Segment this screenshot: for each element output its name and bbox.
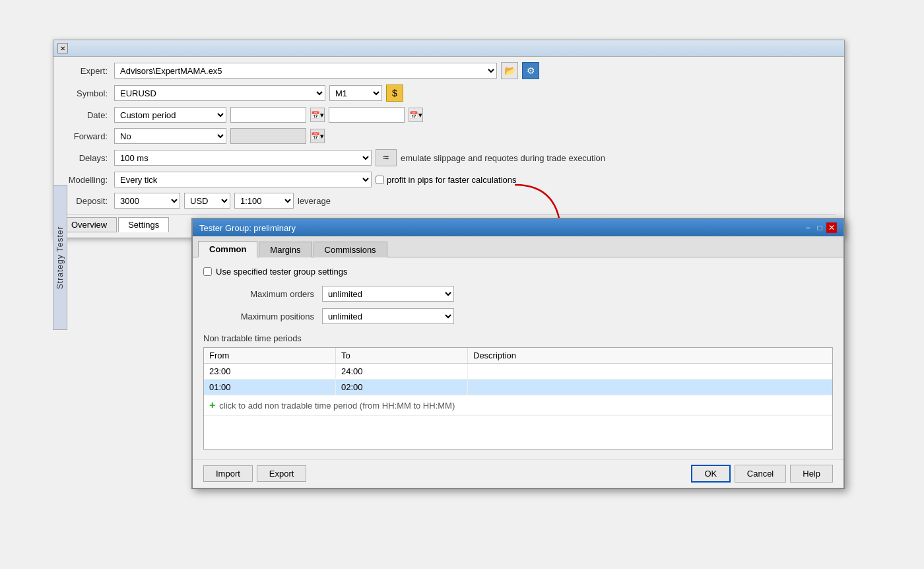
dialog-footer: Import Export OK Cancel Help [193,459,843,488]
expert-open-icon[interactable]: 📂 [501,62,518,79]
date-to-picker[interactable]: 📅▾ [409,108,423,122]
slippage-icon[interactable]: ≈ [376,149,397,166]
expert-settings-icon[interactable]: ⚙ [522,62,539,79]
forward-row: Forward: No 2018.05.18 📅▾ [61,128,836,144]
cancel-button[interactable]: Cancel [735,465,786,483]
use-settings-row: Use specified tester group settings [203,267,833,277]
expert-label: Expert: [61,66,114,76]
date-from-picker[interactable]: 📅▾ [310,108,325,122]
modelling-label: Modelling: [61,175,114,185]
dialog-title: Tester Group: preliminary [199,223,296,233]
add-text: click to add non tradable time period (f… [219,401,455,411]
tab-commissions[interactable]: Commissions [314,242,387,257]
table-row[interactable]: 01:00 02:00 [204,380,832,395]
max-orders-select[interactable]: unlimited [322,286,454,302]
currency-select[interactable]: USD [184,193,230,209]
use-settings-label: Use specified tester group settings [216,267,347,277]
row2-to: 02:00 [336,380,468,395]
footer-right: OK Cancel Help [691,465,833,483]
deposit-amount-select[interactable]: 3000 [114,193,180,209]
delays-label: Delays: [61,153,114,163]
vertical-strategy-tester-label: Strategy Tester [53,185,67,330]
dialog-titlebar: Tester Group: preliminary − □ ✕ [193,219,843,236]
profit-pips-checkbox[interactable] [376,176,384,184]
tab-margins[interactable]: Margins [259,242,312,257]
slippage-text: emulate slippage and requotes during tra… [401,153,605,163]
leverage-label: leverage [298,196,331,206]
dialog-maximize-btn[interactable]: □ [814,222,825,233]
table-header: From To Description [204,348,832,364]
add-period-row[interactable]: + click to add non tradable time period … [204,395,832,416]
close-icon[interactable]: ✕ [57,43,68,53]
symbol-row: Symbol: EURUSD M1 $ [61,84,836,102]
dialog-window-controls: − □ ✕ [803,222,837,233]
row1-to: 24:00 [336,364,468,379]
modelling-row: Modelling: Every tick profit in pips for… [61,172,836,187]
footer-left: Import Export [203,465,306,482]
symbol-icon[interactable]: $ [386,84,403,102]
tab-settings[interactable]: Settings [118,217,169,232]
max-positions-label: Maximum positions [216,312,322,321]
delays-select[interactable]: 100 ms [114,150,372,166]
row2-from: 01:00 [204,380,336,395]
col-description: Description [468,348,832,363]
non-tradable-title: Non tradable time periods [203,333,833,343]
leverage-select[interactable]: 1:100 [234,193,294,209]
deposit-label: Deposit: [61,196,114,206]
expert-select[interactable]: Advisors\ExpertMAMA.ex5 [114,63,497,79]
row1-desc [468,364,832,379]
date-from-input[interactable]: 2019.01.01 [230,107,306,123]
dialog-close-btn[interactable]: ✕ [826,222,837,233]
forward-label: Forward: [61,131,114,141]
help-button[interactable]: Help [790,465,833,483]
import-button[interactable]: Import [203,465,253,482]
symbol-label: Symbol: [61,88,114,98]
add-icon: + [209,399,215,411]
use-settings-checkbox[interactable] [203,267,212,276]
max-positions-select[interactable]: unlimited [322,308,454,324]
deposit-row: Deposit: 3000 USD 1:100 leverage [61,193,836,209]
date-to-input[interactable]: 2019.06.06 [329,107,405,123]
forward-date-picker[interactable]: 📅▾ [310,129,325,143]
non-tradable-section: Non tradable time periods From To Descri… [203,333,833,450]
row2-desc [468,380,832,395]
max-orders-label: Maximum orders [216,289,322,299]
strategy-tester-content: Expert: Advisors\ExpertMAMA.ex5 📂 ⚙ Symb… [53,57,844,238]
col-to: To [336,348,468,363]
profit-pips-row: profit in pips for faster calculations [376,175,517,185]
date-row: Date: Custom period 2019.01.01 📅▾ 2019.0… [61,107,836,123]
non-tradable-table: From To Description 23:00 24:00 01:00 02… [203,347,833,450]
forward-select[interactable]: No [114,128,226,144]
row1-from: 23:00 [204,364,336,379]
dialog-minimize-btn[interactable]: − [803,222,813,233]
table-empty-area [204,416,832,449]
profit-pips-label: profit in pips for faster calculations [387,175,517,185]
table-row[interactable]: 23:00 24:00 [204,364,832,380]
modelling-select[interactable]: Every tick [114,172,372,187]
timeframe-select[interactable]: M1 [329,85,382,101]
expert-row: Expert: Advisors\ExpertMAMA.ex5 📂 ⚙ [61,62,836,79]
strategy-tester-titlebar: ✕ [53,40,844,57]
delays-row: Delays: 100 ms ≈ emulate slippage and re… [61,149,836,166]
max-positions-row: Maximum positions unlimited [203,308,833,324]
symbol-select[interactable]: EURUSD [114,85,325,101]
tab-overview[interactable]: Overview [61,217,117,232]
ok-button[interactable]: OK [691,465,731,483]
date-period-select[interactable]: Custom period [114,107,226,123]
max-orders-row: Maximum orders unlimited [203,286,833,302]
tester-group-dialog: Tester Group: preliminary − □ ✕ Common M… [191,218,845,489]
strategy-tester-window: ✕ Expert: Advisors\ExpertMAMA.ex5 📂 ⚙ Sy… [53,40,845,238]
dialog-body: Use specified tester group settings Maxi… [193,257,843,459]
tab-common[interactable]: Common [198,241,257,257]
dialog-tabs: Common Margins Commissions [193,236,843,257]
forward-date-input[interactable]: 2018.05.18 [230,128,306,144]
date-label: Date: [61,110,114,120]
col-from: From [204,348,336,363]
export-button[interactable]: Export [257,465,307,482]
